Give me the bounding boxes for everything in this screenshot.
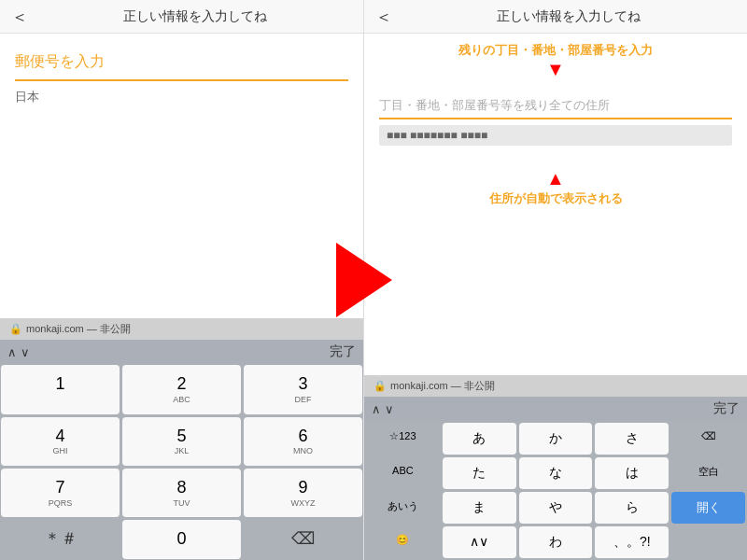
num-key-3[interactable]: 4GHI xyxy=(1,417,120,466)
num-key-8[interactable]: 9WXYZ xyxy=(244,469,362,517)
num-key-7[interactable]: 8TUV xyxy=(122,469,241,517)
right-form-area: 丁目・番地・部屋番号等を残り全ての住所 ■■■ ■■■■■■■ ■■■■ xyxy=(364,86,747,161)
num-key-1[interactable]: 2ABC xyxy=(122,365,241,413)
left-browser-bar: 🔒 monkaji.com — 非公開 xyxy=(0,318,363,340)
jp-key-2[interactable]: か xyxy=(519,423,593,455)
jp-key-1[interactable]: あ xyxy=(443,423,516,455)
annotation-arrow-down: ▼ xyxy=(364,59,747,80)
left-keyboard-wrapper: 🔒 monkaji.com — 非公開 ∧ ∨ 完了 12ABC3DEF4GHI… xyxy=(0,318,363,560)
right-browser-url: monkaji.com — 非公開 xyxy=(390,379,495,393)
jp-key-3[interactable]: さ xyxy=(595,423,669,455)
left-input-label: 郵便号を入力 xyxy=(15,52,348,72)
left-keyboard-toolbar: ∧ ∨ 完了 xyxy=(0,340,363,364)
left-sub-label: 日本 xyxy=(15,89,348,105)
left-lock-icon: 🔒 xyxy=(9,323,22,335)
right-keyboard-nav: ∧ ∨ xyxy=(372,402,394,416)
jp-key-14[interactable]: 開く xyxy=(671,492,745,524)
right-pointing-arrow xyxy=(336,243,392,317)
left-input-wrapper[interactable]: 郵便号を入力 xyxy=(15,52,348,81)
right-nav-up[interactable]: ∧ xyxy=(372,402,381,416)
left-keyboard-nav: ∧ ∨ xyxy=(7,345,30,359)
right-header: ＜ 正しい情報を入力してね xyxy=(364,0,747,34)
jp-key-9[interactable]: 空白 xyxy=(671,457,745,489)
num-key-0[interactable]: 1 xyxy=(1,365,120,413)
left-back-arrow[interactable]: ＜ xyxy=(11,6,28,28)
jp-key-17[interactable]: わ xyxy=(519,526,593,558)
left-header: ＜ 正しい情報を入力してね xyxy=(0,0,363,34)
num-key-10[interactable]: 0 xyxy=(122,520,241,559)
right-input-wrapper[interactable]: 丁目・番地・部屋番号等を残り全ての住所 xyxy=(379,97,732,119)
main-container: ＜ 正しい情報を入力してね 郵便号を入力 日本 🔒 monkaji.com — … xyxy=(0,0,747,560)
num-key-2[interactable]: 3DEF xyxy=(244,365,362,413)
right-keyboard-wrapper: 🔒 monkaji.com — 非公開 ∧ ∨ 完了 ☆123あかさ⌫ABCたな… xyxy=(364,375,747,560)
num-key-5[interactable]: 6MNO xyxy=(244,417,362,466)
num-key-4[interactable]: 5JKL xyxy=(122,417,241,466)
left-numeric-keyboard: 12ABC3DEF4GHI5JKL6MNO7PQRS8TUV9WXYZ＊＃0⌫ xyxy=(0,364,363,560)
left-done-button[interactable]: 完了 xyxy=(330,343,356,360)
left-browser-url: monkaji.com — 非公開 xyxy=(26,322,131,336)
jp-key-4[interactable]: ⌫ xyxy=(671,423,745,455)
jp-key-10[interactable]: あいう xyxy=(366,492,440,524)
right-back-arrow[interactable]: ＜ xyxy=(375,6,392,28)
center-arrow xyxy=(336,243,392,317)
right-browser-bar: 🔒 monkaji.com — 非公開 xyxy=(364,375,747,397)
jp-key-5[interactable]: ABC xyxy=(366,457,440,489)
jp-key-6[interactable]: た xyxy=(443,457,516,489)
annotation-top-box: 残りの丁目・番地・部屋番号を入力 ▼ xyxy=(364,41,747,80)
left-nav-up[interactable]: ∧ xyxy=(7,345,17,359)
right-panel: ＜ 正しい情報を入力してね 残りの丁目・番地・部屋番号を入力 ▼ 丁目・番地・部… xyxy=(364,0,747,560)
left-nav-down[interactable]: ∨ xyxy=(21,345,30,359)
jp-key-13[interactable]: ら xyxy=(595,492,669,524)
right-lock-icon: 🔒 xyxy=(374,380,387,392)
annotation-bottom-box: ▲ 住所が自動で表示される xyxy=(364,168,747,207)
jp-key-15[interactable]: 😊 xyxy=(366,526,440,558)
right-keyboard-toolbar: ∧ ∨ 完了 xyxy=(364,397,747,421)
jp-key-12[interactable]: や xyxy=(519,492,593,524)
jp-key-8[interactable]: は xyxy=(595,457,669,489)
jp-key-11[interactable]: ま xyxy=(443,492,516,524)
left-header-title: 正しい情報を入力してね xyxy=(37,8,352,25)
right-input-placeholder: 丁目・番地・部屋番号等を残り全ての住所 xyxy=(379,97,732,114)
jp-key-18[interactable]: 、。?! xyxy=(595,526,669,558)
jp-key-0[interactable]: ☆123 xyxy=(366,423,440,455)
right-done-button[interactable]: 完了 xyxy=(713,400,740,417)
num-key-9[interactable]: ＊＃ xyxy=(1,520,120,559)
num-key-11[interactable]: ⌫ xyxy=(244,520,362,559)
auto-filled-address: ■■■ ■■■■■■■ ■■■■ xyxy=(379,125,732,146)
right-japanese-keyboard: ☆123あかさ⌫ABCたなは空白あいうまやら開く😊∧∨わ、。?! xyxy=(364,421,747,560)
jp-key-16[interactable]: ∧∨ xyxy=(443,526,516,558)
annotation-bottom-text: 住所が自動で表示される xyxy=(489,191,623,205)
jp-key-7[interactable]: な xyxy=(519,457,593,489)
right-nav-down[interactable]: ∨ xyxy=(385,402,394,416)
num-key-6[interactable]: 7PQRS xyxy=(1,469,120,517)
annotation-top-text: 残りの丁目・番地・部屋番号を入力 xyxy=(458,43,653,57)
annotation-arrow-up: ▲ xyxy=(364,168,747,189)
left-panel: ＜ 正しい情報を入力してね 郵便号を入力 日本 🔒 monkaji.com — … xyxy=(0,0,364,560)
right-header-title: 正しい情報を入力してね xyxy=(402,8,736,25)
